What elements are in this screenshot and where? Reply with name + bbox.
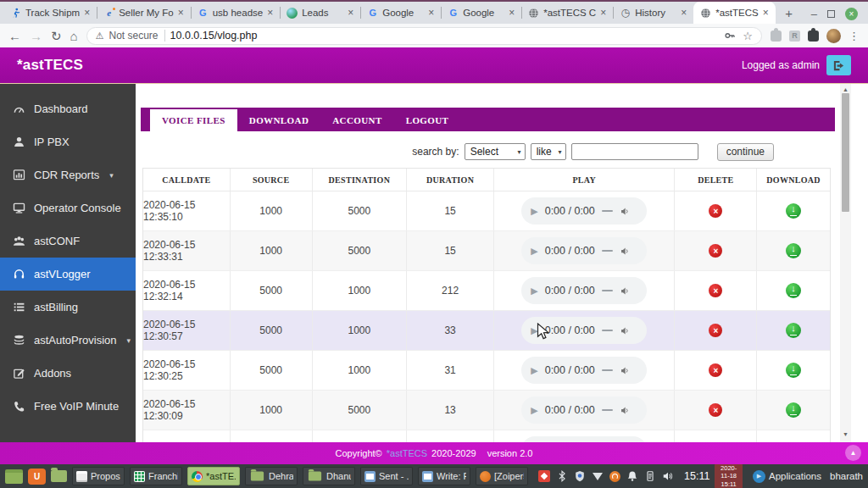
browser-tab-google-2[interactable]: G Google × — [441, 2, 521, 24]
audio-player[interactable]: ▶ 0:00 / 0:00 — [521, 277, 647, 304]
volume-tray-icon[interactable] — [662, 470, 674, 482]
forward-button[interactable]: → — [30, 30, 42, 42]
download-button[interactable]: ↓ — [786, 243, 801, 258]
download-button[interactable]: ↓ — [786, 203, 801, 219]
delete-button[interactable]: × — [709, 324, 722, 337]
seek-slider[interactable] — [602, 250, 613, 252]
browser-tab-asttecs-c[interactable]: *astTECS C × — [521, 2, 613, 24]
tab-close-icon[interactable]: × — [681, 8, 687, 18]
tab-download[interactable]: DOWNLOAD — [237, 109, 320, 131]
browser-tab-google-1[interactable]: G Google × — [360, 2, 441, 24]
search-input[interactable] — [571, 143, 698, 160]
play-icon[interactable]: ▶ — [531, 366, 537, 375]
extensions-puzzle-icon[interactable] — [808, 30, 819, 42]
browser-tab-leads[interactable]: Leads × — [280, 2, 360, 24]
delete-button[interactable]: × — [709, 403, 722, 417]
back-button[interactable]: ← — [8, 30, 21, 42]
not-secure-warning-icon[interactable]: ⚠ — [96, 30, 104, 42]
taskbar-clock[interactable]: 15:11 — [684, 470, 709, 482]
sidebar-item-astvlogger[interactable]: astVLogger — [0, 258, 136, 291]
sidebar-item-astautoprovision[interactable]: astAutoProvision ▾ — [0, 324, 136, 357]
taskbar-window-asttecs[interactable]: *astTE... — [187, 467, 240, 485]
sidebar-item-addons[interactable]: Addons — [0, 357, 136, 390]
launcher-orange-icon[interactable]: U — [28, 469, 46, 485]
audio-player[interactable]: ▶ 0:00 / 0:00 — [521, 357, 647, 384]
tab-voice-files[interactable]: VOICE FILES — [150, 109, 237, 131]
continue-button[interactable]: continue — [717, 143, 774, 161]
reload-button[interactable]: ↻ — [51, 30, 62, 42]
extension-icon[interactable] — [771, 30, 782, 42]
volume-icon[interactable] — [620, 325, 631, 336]
tab-close-icon[interactable]: × — [84, 8, 90, 18]
sidebar-item-cdr-reports[interactable]: CDR Reports ▾ — [0, 158, 136, 191]
bookmark-star-icon[interactable]: ☆ — [743, 30, 753, 42]
browser-tab-usb-headset[interactable]: G usb headse × — [191, 2, 280, 24]
scroll-down-arrow[interactable]: ▼ — [843, 431, 849, 437]
seek-slider[interactable] — [602, 210, 613, 212]
play-icon[interactable]: ▶ — [531, 207, 537, 216]
launcher-folder-icon[interactable] — [51, 470, 67, 482]
search-operator-select[interactable]: like ▾ — [531, 143, 566, 160]
seek-slider[interactable] — [602, 369, 613, 371]
scroll-up-arrow[interactable]: ▲ — [843, 86, 849, 92]
taskbar-window-sent-mail[interactable]: Sent - ... — [360, 467, 413, 485]
shield-icon[interactable] — [574, 470, 586, 482]
seek-slider[interactable] — [602, 409, 613, 411]
taskbar-window-dhanu[interactable]: Dhanu... — [303, 467, 355, 485]
close-button[interactable]: × — [845, 8, 858, 20]
browser-tab-seller[interactable]: e Seller My Fo × — [97, 2, 191, 24]
tab-close-icon[interactable]: × — [348, 8, 353, 18]
tab-close-icon[interactable]: × — [763, 8, 769, 18]
tab-close-icon[interactable]: × — [600, 8, 606, 18]
sidebar-item-free-voip-minute[interactable]: Free VoIP Minute — [0, 390, 136, 423]
browser-tab-history[interactable]: ◷ History × — [613, 2, 693, 24]
audio-player[interactable]: ▶ 0:00 / 0:00 — [521, 237, 647, 264]
download-button[interactable]: ↓ — [786, 402, 801, 418]
new-tab-button[interactable]: + — [779, 3, 799, 23]
search-field-select[interactable]: Select ▾ — [465, 143, 526, 160]
applications-menu[interactable]: ▶ Applications — [753, 470, 821, 483]
key-icon[interactable] — [724, 30, 736, 42]
seek-slider[interactable] — [602, 330, 613, 331]
browser-menu-icon[interactable]: ⋮ — [849, 30, 860, 42]
tab-close-icon[interactable]: × — [267, 8, 273, 18]
extension-r-icon[interactable]: R — [789, 30, 800, 42]
taskbar-window-zoiper[interactable]: [Zoiper5] — [476, 467, 528, 485]
taskbar-date[interactable]: 2020-11-18 15:11 — [715, 463, 743, 488]
seek-slider[interactable] — [602, 290, 613, 291]
play-icon[interactable]: ▶ — [531, 247, 537, 256]
audio-player[interactable]: ▶ — [521, 436, 647, 442]
tab-account[interactable]: ACCOUNT — [320, 109, 393, 131]
delete-button[interactable]: × — [709, 244, 722, 258]
network-icon[interactable] — [592, 470, 604, 482]
logout-button[interactable] — [826, 55, 851, 75]
tab-logout[interactable]: LOGOUT — [394, 109, 461, 131]
browser-tab-track-shipment[interactable]: Track Shipm × — [3, 2, 97, 24]
download-button[interactable]: ↓ — [786, 283, 801, 298]
home-button[interactable]: ⌂ — [70, 30, 78, 42]
scrollbar-thumb[interactable] — [842, 93, 849, 212]
volume-icon[interactable] — [620, 286, 631, 297]
tab-close-icon[interactable]: × — [428, 8, 434, 18]
delete-button[interactable]: × — [709, 363, 722, 377]
bluetooth-icon[interactable] — [556, 470, 568, 482]
audio-player[interactable]: ▶ 0:00 / 0:00 — [521, 197, 647, 225]
address-bar[interactable]: ⚠ Not secure 10.0.0.15/vlog.php ☆ — [86, 27, 762, 45]
volume-icon[interactable] — [620, 206, 631, 217]
volume-icon[interactable] — [620, 405, 631, 416]
sidebar-item-astconf[interactable]: astCONF — [0, 225, 136, 258]
minimize-button[interactable]: – — [811, 8, 817, 20]
download-button[interactable]: ↓ — [786, 363, 801, 378]
delete-button[interactable]: × — [709, 204, 722, 218]
download-button[interactable]: ↓ — [786, 323, 801, 338]
tab-close-icon[interactable]: × — [178, 8, 184, 18]
volume-icon[interactable] — [620, 246, 631, 257]
sidebar-item-astbilling[interactable]: astBilling — [0, 291, 136, 324]
clipboard-icon[interactable] — [644, 470, 656, 482]
bell-icon[interactable] — [626, 470, 638, 482]
volume-icon[interactable] — [620, 365, 631, 376]
taskbar-window-franchise[interactable]: Franchi... — [130, 467, 182, 485]
screenshare-tray-icon[interactable] — [538, 470, 550, 482]
sidebar-item-ip-pbx[interactable]: IP PBX — [0, 125, 136, 158]
taskbar-window-proposal[interactable]: Propos... — [72, 467, 125, 485]
